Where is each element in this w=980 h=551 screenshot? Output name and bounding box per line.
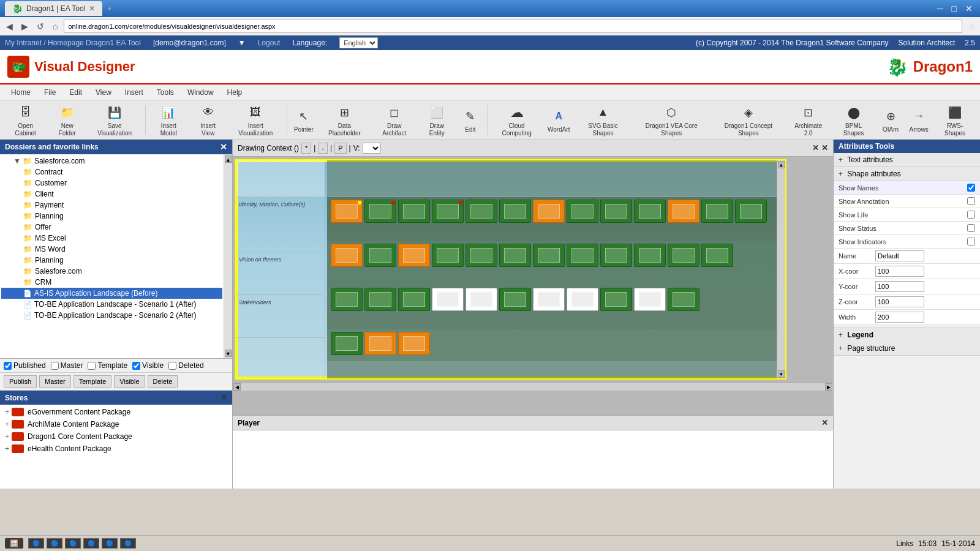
store-dragon1-core[interactable]: + Dragon1 Core Content Package [1,430,231,443]
toolbar-draw-entity[interactable]: ⬜ Draw Entity [418,100,456,140]
back-button[interactable]: ◀ [4,20,15,32]
menu-file[interactable]: File [38,86,62,99]
app-box[interactable] [499,244,531,267]
toolbar-arrows[interactable]: → Arrows [905,103,932,137]
shape-attributes-section[interactable]: + Shape attributes [834,167,980,181]
app-box[interactable] [600,200,632,223]
app-box[interactable] [432,244,464,267]
home-button[interactable]: ⌂ [50,20,60,32]
toolbar-cloud-computing[interactable]: ☁ Cloud Computing [491,100,543,140]
master-button[interactable]: Master [39,375,71,388]
tree-item-tobe1[interactable]: 📄 TO-BE Application Landscape - Scenario… [1,299,222,310]
visible-button[interactable]: Visible [114,375,145,388]
app-box[interactable] [499,288,531,311]
app-box[interactable] [398,332,430,355]
app-box[interactable] [735,200,767,223]
app-box[interactable] [466,200,497,223]
deleted-checkbox-label[interactable]: Deleted [168,361,203,370]
toolbar-edit[interactable]: ✎ Edit [457,103,484,137]
store-archimate[interactable]: + ArchiMate Content Package [1,418,231,430]
address-bar[interactable] [64,20,962,33]
toolbar-dragon1-vea[interactable]: ⬡ Dragon1 VEA Core Shapes [633,100,710,140]
p-button[interactable]: P [334,143,346,154]
taskbar-chrome-2[interactable]: 🔵 [47,538,62,549]
expand-shape-attr-icon[interactable]: + [839,170,843,178]
tree-item-payment[interactable]: 📁 Payment [1,200,222,211]
toolbar-rws[interactable]: ⬛ RWS-Shapes [933,100,976,140]
expand-text-attr-icon[interactable]: + [839,156,843,164]
refresh-button[interactable]: ↺ [34,20,47,32]
tree-item-offer[interactable]: 📁 Offer [1,222,222,233]
app-box[interactable] [533,288,565,311]
tree-item-crm[interactable]: 📁 CRM [1,277,222,288]
store-ehealth[interactable]: + eHealth Content Package [1,443,231,455]
forward-button[interactable]: ▶ [19,20,31,32]
app-box[interactable] [567,288,598,311]
tree-item-customer[interactable]: 📁 Customer [1,178,222,189]
hscroll-right[interactable]: ▶ [825,383,832,391]
menu-window[interactable]: Window [181,86,220,99]
tree-item-client[interactable]: 📁 Client [1,189,222,200]
player-close-button[interactable]: ✕ [821,418,828,427]
toolbar-wordart[interactable]: A WordArt [544,103,573,137]
intranet-link[interactable]: My Intranet / Homepage Dragon1 EA Tool [5,39,141,47]
app-box[interactable] [331,200,363,223]
dropdown-arrow[interactable]: ▼ [238,39,246,47]
app-box[interactable] [364,244,396,267]
logout-link[interactable]: Logout [258,39,281,47]
bookmark-star[interactable]: ☆ [968,21,976,31]
app-box[interactable] [634,200,666,223]
app-box[interactable] [466,288,497,311]
toolbar-archimate[interactable]: ⊡ Archimate 2.0 [786,100,830,140]
app-box[interactable] [567,244,598,267]
drawing-minimize-button[interactable]: ✕ [812,143,819,152]
taskbar-chrome-3[interactable]: 🔵 [65,538,81,549]
app-box[interactable] [533,244,565,267]
show-indicators-checkbox[interactable] [967,238,975,246]
taskbar-chrome-6[interactable]: 🔵 [120,538,136,549]
zcoor-input[interactable] [875,296,924,307]
start-button[interactable]: 🪟 [5,538,23,549]
browser-tab[interactable]: 🐉 Dragon1 | EA Tool ✕ [5,1,102,16]
new-tab-btn[interactable]: + [107,5,111,12]
app-box[interactable] [634,288,666,311]
show-annotation-checkbox[interactable] [967,197,975,205]
close-button[interactable]: ✕ [963,2,975,15]
width-input[interactable] [875,312,924,323]
name-input[interactable] [875,250,924,261]
master-checkbox[interactable] [51,362,59,370]
tree-item-tobe2[interactable]: 📄 TO-BE Application Landscape - Scenario… [1,310,222,321]
canvas-hscrollbar[interactable]: ◀ ▶ [233,382,833,391]
app-box[interactable] [533,200,565,223]
app-box[interactable] [499,200,531,223]
expand-legend-icon[interactable]: + [839,331,843,339]
taskbar-chrome-1[interactable]: 🔵 [28,538,44,549]
app-box[interactable] [364,288,396,311]
template-button[interactable]: Template [74,375,112,388]
vscroll-up[interactable]: ▲ [778,161,785,168]
app-box[interactable] [398,244,430,267]
app-box[interactable] [701,200,733,223]
tree-item-salesforce[interactable]: ▼ 📁 Salesforce.com [1,156,222,167]
tree-item-planning1[interactable]: 📁 Planning [1,211,222,222]
app-box[interactable] [466,244,497,267]
text-attributes-section[interactable]: + Text attributes [834,153,980,167]
dossiers-close-button[interactable]: ✕ [220,142,227,152]
toolbar-draw-archifact[interactable]: ◻ Draw Archifact [372,100,417,140]
taskbar-chrome-4[interactable]: 🔵 [83,538,99,549]
scroll-down-button[interactable]: ▼ [225,350,232,357]
master-checkbox-label[interactable]: Master [51,361,83,370]
visible-checkbox[interactable] [132,362,140,370]
toolbar-insert-model[interactable]: 📊 Insert Model [149,100,189,140]
template-checkbox-label[interactable]: Template [88,361,127,370]
ycoor-input[interactable] [875,281,924,292]
store-egovernment[interactable]: + eGovernment Content Package [1,406,231,418]
tab-close-button[interactable]: ✕ [89,4,95,13]
menu-tools[interactable]: Tools [151,86,180,99]
app-box[interactable] [432,200,464,223]
app-box[interactable] [331,288,363,311]
toolbar-insert-visualization[interactable]: 🖼 Insert Visualization [227,100,284,140]
published-checkbox[interactable] [4,362,12,370]
toolbar-oiarn[interactable]: ⊕ OIArn [877,103,904,137]
scroll-up-button[interactable]: ▲ [225,156,232,163]
